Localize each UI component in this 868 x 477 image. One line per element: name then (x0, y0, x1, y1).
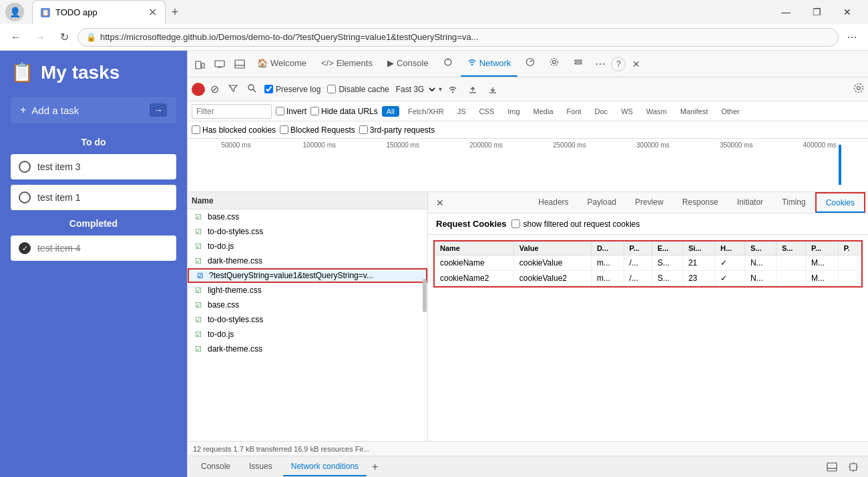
online-status-icon[interactable] (443, 80, 462, 99)
add-panel-button[interactable]: + (369, 461, 381, 473)
request-name: to-do.js (208, 242, 422, 251)
request-name: light-theme.css (208, 286, 422, 295)
throttle-dropdown-arrow: ▾ (439, 85, 442, 93)
filter-type-manifest[interactable]: Manifest (676, 106, 713, 117)
task-checkbox[interactable] (19, 161, 31, 173)
initiator-tab[interactable]: Initiator (728, 192, 773, 213)
show-filtered-checkbox[interactable]: show filtered out request cookies (511, 219, 640, 229)
request-item[interactable]: ☑ to-do.js (188, 327, 427, 342)
filter-type-other[interactable]: Other (716, 106, 744, 117)
filter-type-doc[interactable]: Doc (590, 106, 613, 117)
request-item[interactable]: ☑ light-theme.css (188, 283, 427, 298)
forward-button[interactable]: → (29, 27, 51, 48)
blocked-requests-checkbox[interactable]: Blocked Requests (280, 125, 355, 135)
bottom-tab-console[interactable]: Console (193, 458, 238, 476)
request-item[interactable]: ☑ to-do.js (188, 239, 427, 254)
request-item[interactable]: ☑ dark-theme.css (188, 342, 427, 356)
active-tab[interactable]: 📋 TODO app ✕ (32, 0, 166, 24)
profile-icon[interactable]: 👤 (5, 3, 24, 21)
tab-elements[interactable]: </> Elements (314, 51, 379, 77)
filter-type-font[interactable]: Font (562, 106, 586, 117)
screencast-button[interactable] (210, 55, 229, 73)
filter-type-media[interactable]: Media (529, 106, 558, 117)
timeline-marker: 200000 ms (445, 141, 528, 149)
close-button[interactable]: ✕ (832, 1, 863, 23)
filter-button[interactable] (224, 82, 242, 96)
filter-type-ws[interactable]: WS (616, 106, 638, 117)
tab-settings[interactable] (543, 51, 566, 77)
browser-menu-button[interactable]: ··· (841, 27, 863, 48)
tab-sources[interactable] (437, 51, 459, 77)
bottom-tab-network-conditions[interactable]: Network conditions (283, 458, 367, 476)
request-item[interactable]: ☑ base.css (188, 209, 427, 224)
device-emulation-button[interactable] (190, 55, 209, 73)
request-list-scroll[interactable]: ☑ base.css ☑ to-do-styles.css ☑ to-do.js (188, 209, 427, 441)
restore-button[interactable]: ❐ (801, 1, 832, 23)
headers-tab[interactable]: Headers (529, 192, 578, 213)
task-item[interactable]: test item 1 (11, 185, 176, 210)
new-tab-button[interactable]: + (166, 3, 184, 21)
dock-icon[interactable] (823, 458, 841, 476)
address-bar[interactable]: 🔒 https://microsoftedge.github.io/Demos/… (77, 28, 839, 47)
request-item[interactable]: ☑ to-do-styles.css (188, 312, 427, 327)
navigation-bar: ← → ↻ 🔒 https://microsoftedge.github.io/… (0, 24, 868, 51)
drawer-button[interactable] (230, 55, 249, 73)
filter-type-wasm[interactable]: Wasm (642, 106, 672, 117)
request-item[interactable]: ☑ dark-theme.css (188, 254, 427, 268)
selected-request-item[interactable]: ☑ ?testQueryString=value1&testQueryStrin… (188, 268, 427, 283)
url-text: https://microsoftedge.github.io/Demos/de… (100, 32, 830, 42)
tab-layers[interactable] (567, 51, 590, 77)
tab-close-button[interactable]: ✕ (148, 6, 157, 19)
record-button[interactable] (192, 83, 205, 96)
refresh-button[interactable]: ↻ (53, 27, 75, 48)
completed-task-checkbox[interactable] (19, 242, 31, 254)
filter-type-all[interactable]: All (382, 106, 399, 117)
request-item[interactable]: ☑ base.css (188, 298, 427, 312)
response-tab[interactable]: Response (673, 192, 728, 213)
throttle-select[interactable]: Fast 3G Slow 3G Online Offline (393, 84, 437, 95)
has-blocked-cookies-checkbox[interactable]: Has blocked cookies (192, 125, 276, 135)
task-checkbox[interactable] (19, 191, 31, 203)
add-task-button[interactable]: + Add a task → (11, 97, 176, 123)
close-devtools-button[interactable]: ✕ (627, 55, 646, 73)
invert-filter-checkbox[interactable]: Invert (276, 107, 306, 116)
close-detail-panel-button[interactable]: ✕ (431, 193, 449, 212)
cookie-row[interactable]: cookieName cookieValue m... /... S... 21… (435, 256, 861, 271)
disable-cache-checkbox[interactable]: Disable cache (324, 85, 391, 94)
scrollbar-thumb[interactable] (423, 279, 427, 312)
back-button[interactable]: ← (5, 27, 27, 48)
filter-type-css[interactable]: CSS (475, 106, 499, 117)
task-item[interactable]: test item 3 (11, 154, 176, 179)
completed-task-item[interactable]: test item 4 (11, 235, 176, 261)
hide-data-urls-checkbox[interactable]: Hide data URLs (310, 107, 378, 116)
filter-input[interactable] (192, 104, 272, 119)
svg-line-15 (253, 89, 256, 92)
clear-button[interactable]: ⊘ (206, 81, 223, 97)
tab-console[interactable]: ▶ Console (381, 51, 435, 77)
preview-tab[interactable]: Preview (626, 192, 673, 213)
preserve-log-checkbox[interactable]: Preserve log (262, 85, 323, 94)
cookie-row[interactable]: cookieName2 cookieValue2 m... /... S... … (435, 271, 861, 286)
undock-icon[interactable] (844, 458, 863, 476)
help-button[interactable]: ? (611, 57, 626, 71)
filter-type-js[interactable]: JS (453, 106, 471, 117)
filter-type-img[interactable]: Img (503, 106, 524, 117)
search-button[interactable] (243, 82, 260, 96)
tab-performance[interactable] (519, 51, 541, 77)
more-tabs-button[interactable]: ⋯ (591, 55, 610, 73)
download-icon[interactable] (483, 80, 502, 99)
upload-icon[interactable] (463, 80, 482, 99)
timing-tab[interactable]: Timing (773, 192, 815, 213)
tab-welcome[interactable]: 🏠 Welcome (250, 51, 313, 77)
request-item[interactable]: ☑ to-do-styles.css (188, 224, 427, 239)
invert-label: Invert (286, 107, 306, 116)
minimize-button[interactable]: — (771, 1, 801, 23)
devtools-settings-icon[interactable] (853, 83, 864, 96)
request-name: dark-theme.css (208, 344, 422, 354)
cookies-tab[interactable]: Cookies (815, 192, 865, 213)
third-party-checkbox[interactable]: 3rd-party requests (359, 125, 435, 135)
filter-type-fetch-xhr[interactable]: Fetch/XHR (403, 106, 449, 117)
bottom-tab-issues[interactable]: Issues (241, 458, 280, 476)
payload-tab[interactable]: Payload (578, 192, 626, 213)
tab-network[interactable]: Network (461, 51, 518, 77)
